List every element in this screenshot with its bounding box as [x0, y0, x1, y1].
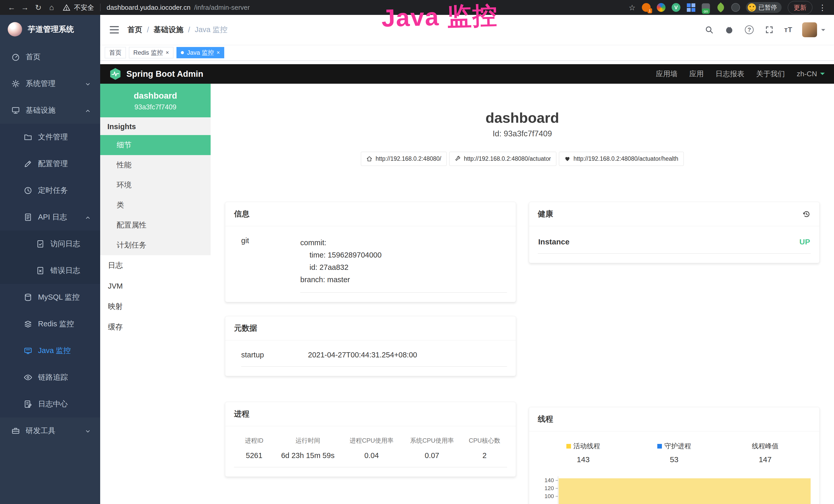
extension-switch-icon[interactable]: on [700, 2, 711, 13]
sba-header: Spring Boot Admin 应用墙 应用 日志报表 关于我们 zh-CN [100, 64, 834, 84]
sba-menu-scheduled-tasks[interactable]: 计划任务 [100, 235, 211, 255]
sba-nav-applications[interactable]: 应用 [689, 69, 704, 79]
breadcrumb-home[interactable]: 首页 [127, 25, 142, 35]
font-size-icon[interactable]: тT [784, 26, 792, 34]
user-menu[interactable] [802, 22, 825, 37]
browser-reload-icon[interactable]: ↻ [32, 2, 44, 13]
extension-vue-icon[interactable]: V [671, 2, 681, 13]
cards-left-column: 信息 git commit: time: 1596289704000 id: 2… [225, 202, 516, 504]
health-card-title: 健康 [538, 209, 553, 219]
sba-menu-details[interactable]: 细节 [100, 135, 211, 155]
chrome-menu-icon[interactable]: ⋮ [816, 3, 828, 12]
actuator-url-button[interactable]: http://192.168.0.2:48080/actuator [449, 152, 556, 166]
smiley-icon [748, 3, 756, 12]
sidebar-item-infra[interactable]: 基础设施 [0, 97, 100, 124]
sidebar-item-home[interactable]: 首页 [0, 44, 100, 70]
threads-chart: 140 120 100 [538, 476, 811, 504]
sba-menu-classes[interactable]: 类 [100, 195, 211, 215]
history-icon[interactable] [803, 210, 811, 218]
sba-menu-caches[interactable]: 缓存 [100, 317, 211, 337]
process-card-title: 进程 [225, 402, 516, 426]
chevron-up-icon [85, 107, 91, 113]
sidebar-item-devtools[interactable]: 研发工具 [0, 417, 100, 444]
address-divider [100, 4, 101, 11]
sidebar-item-cron[interactable]: 定时任务 [0, 177, 100, 204]
cards-grid: 信息 git commit: time: 1596289704000 id: 2… [225, 202, 820, 504]
instance-url-button[interactable]: http://192.168.0.2:48080/ [361, 152, 447, 166]
tag-redis-monitor[interactable]: Redis 监控 × [129, 47, 173, 58]
chrome-update-button[interactable]: 更新 [788, 1, 812, 14]
info-card: 信息 git commit: time: 1596289704000 id: 2… [225, 202, 516, 302]
sba-menu-mappings[interactable]: 映射 [100, 296, 211, 317]
fullscreen-icon[interactable] [764, 25, 774, 35]
sidebar-item-file[interactable]: 文件管理 [0, 124, 100, 151]
bookmark-star-icon[interactable]: ☆ [626, 2, 638, 13]
breadcrumb: 首页 / 基础设施 / Java 监控 [127, 25, 227, 35]
sidebar-item-java-monitor[interactable]: Java 监控 [0, 337, 100, 364]
sidebar-item-trace[interactable]: 链路追踪 [0, 364, 100, 391]
instance-header[interactable]: dashboard 93a3fc7f7409 [100, 84, 211, 117]
browser-forward-icon[interactable]: → [19, 2, 31, 13]
sba-menu-metrics[interactable]: 性能 [100, 155, 211, 175]
extension-spider-icon[interactable] [730, 2, 741, 13]
brand-avatar [8, 22, 22, 37]
address-bar[interactable]: 不安全 dashboard.yudao.iocoder.cn /infra/ad… [63, 3, 250, 12]
sba-nav-wallboard[interactable]: 应用墙 [656, 69, 678, 79]
paused-label: 已暂停 [759, 3, 777, 12]
sidebar-item-system[interactable]: 系统管理 [0, 70, 100, 97]
document-x-icon [36, 266, 45, 275]
extension-leaf-icon[interactable] [715, 2, 726, 13]
extension-grid-icon[interactable] [685, 2, 696, 13]
hamburger-icon[interactable] [109, 24, 120, 35]
sba-menu-configprops[interactable]: 配置属性 [100, 215, 211, 235]
tag-java-monitor[interactable]: Java 监控 × [176, 47, 224, 58]
brand-title: 芋道管理系统 [28, 24, 74, 35]
info-git-row: git commit: time: 1596289704000 id: 27aa… [234, 236, 507, 293]
sidebar-item-api-log[interactable]: API 日志 [0, 204, 100, 231]
cards-right-column: 健康 Instance UP [529, 202, 820, 504]
sba-brand[interactable]: Spring Boot Admin [126, 69, 203, 79]
dashboard-icon [11, 53, 20, 61]
browser-home-icon[interactable]: ⌂ [46, 2, 58, 13]
sidebar-item-config[interactable]: 配置管理 [0, 151, 100, 177]
extension-orange-icon[interactable]: 1 [641, 2, 652, 13]
github-icon[interactable] [724, 25, 734, 35]
search-icon[interactable] [704, 25, 714, 35]
metadata-card: 元数据 startup 2021-04-27T00:44:31.254+08:0… [225, 316, 516, 376]
folder-icon [24, 133, 32, 141]
sba-menu-logs[interactable]: 日志 [100, 255, 211, 276]
security-warning-icon[interactable] [63, 4, 70, 11]
sidebar-item-error-log[interactable]: 错误日志 [0, 257, 100, 284]
paused-pill[interactable]: 已暂停 [746, 2, 782, 13]
avatar[interactable] [802, 22, 817, 37]
sidebar-item-mysql[interactable]: MySQL 监控 [0, 284, 100, 311]
sba-menu-environment[interactable]: 环境 [100, 175, 211, 195]
database-icon [24, 293, 32, 302]
extension-badge-on: on [702, 8, 710, 14]
browser-back-icon[interactable]: ← [6, 2, 18, 13]
heart-icon [564, 156, 570, 162]
sidebar-item-redis[interactable]: Redis 监控 [0, 311, 100, 337]
breadcrumb-infra[interactable]: 基础设施 [154, 25, 183, 35]
breadcrumb-current: Java 监控 [195, 25, 227, 35]
health-url-button[interactable]: http://192.168.0.2:48080/actuator/health [559, 152, 684, 166]
sba-nav-about[interactable]: 关于我们 [756, 69, 785, 79]
extension-badge-count: 1 [648, 8, 652, 13]
caret-down-icon [821, 29, 825, 33]
extension-pin-icon[interactable] [656, 2, 666, 13]
sba-language-select[interactable]: zh-CN [797, 70, 825, 78]
sba-body: dashboard 93a3fc7f7409 Insights 细节 性能 环境… [100, 84, 834, 504]
security-label[interactable]: 不安全 [74, 3, 94, 12]
sidebar-item-access-log[interactable]: 访问日志 [0, 231, 100, 257]
sba-nav-journal[interactable]: 日志报表 [716, 69, 744, 79]
instance-links: http://192.168.0.2:48080/ http://192.168… [225, 152, 820, 166]
help-icon[interactable]: ? [744, 25, 754, 35]
sidebar-item-log-center[interactable]: 日志中心 [0, 391, 100, 417]
close-icon[interactable]: × [166, 50, 169, 55]
close-icon[interactable]: × [217, 50, 220, 55]
clock-icon [24, 186, 32, 195]
chevron-up-icon [85, 214, 91, 220]
sba-menu-jvm[interactable]: JVM [100, 276, 211, 296]
page-subtitle: Id: 93a3fc7f7409 [225, 129, 820, 138]
tag-home[interactable]: 首页 [105, 47, 126, 58]
